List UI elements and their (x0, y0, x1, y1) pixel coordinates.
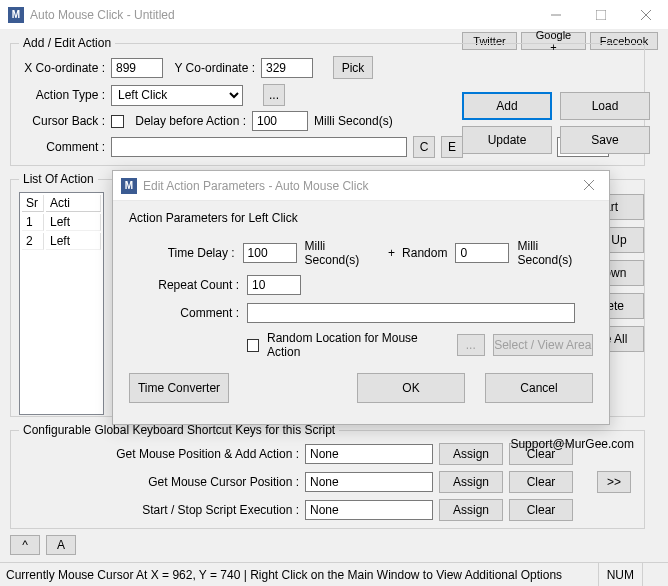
more-shortcuts-button[interactable]: >> (597, 471, 631, 493)
c-button[interactable]: C (413, 136, 435, 158)
app-icon: M (8, 7, 24, 23)
edit-action-parameters-dialog: M Edit Action Parameters - Auto Mouse Cl… (112, 170, 610, 425)
status-empty (642, 563, 662, 586)
assign-button-3[interactable]: Assign (439, 499, 503, 521)
minimize-button[interactable] (533, 0, 578, 30)
col-sr: Sr (22, 195, 44, 212)
load-button[interactable]: Load (560, 92, 650, 120)
x-coord-label: X Co-ordinate : (19, 61, 105, 75)
repeat-count-input-modal[interactable] (247, 275, 301, 295)
shortcut-label-1: Get Mouse Position & Add Action : (19, 447, 299, 461)
shortcut-input-2[interactable] (305, 472, 433, 492)
y-coord-input[interactable] (261, 58, 313, 78)
random-location-more-button[interactable]: ... (457, 334, 485, 356)
dialog-icon: M (121, 178, 137, 194)
shortcut-keys-group: Configurable Global Keyboard Shortcut Ke… (10, 423, 645, 529)
shortcut-input-1[interactable] (305, 444, 433, 464)
pick-button[interactable]: Pick (333, 56, 373, 79)
support-link[interactable]: Support@MurGee.com (510, 437, 634, 451)
delay-input[interactable] (252, 111, 308, 131)
x-coord-input[interactable] (111, 58, 163, 78)
cursor-back-checkbox[interactable] (111, 115, 124, 128)
actions-table[interactable]: SrActi 1Left 2Left (19, 192, 104, 415)
select-view-area-button[interactable]: Select / View Area (493, 334, 593, 356)
clear-button-2[interactable]: Clear (509, 471, 573, 493)
time-delay-unit: Milli Second(s) (305, 239, 381, 267)
plus-label: + (388, 246, 394, 260)
delay-label: Delay before Action : (130, 114, 246, 128)
list-legend: List Of Action (19, 172, 98, 186)
action-type-more-button[interactable]: ... (263, 84, 285, 106)
dialog-heading: Action Parameters for Left Click (129, 211, 593, 225)
assign-button-2[interactable]: Assign (439, 471, 503, 493)
save-button[interactable]: Save (560, 126, 650, 154)
random-location-label: Random Location for Mouse Action (267, 331, 437, 359)
a-button[interactable]: A (46, 535, 76, 555)
cancel-button[interactable]: Cancel (485, 373, 593, 403)
clear-button-3[interactable]: Clear (509, 499, 573, 521)
status-num: NUM (598, 563, 642, 586)
table-row[interactable]: 1Left (22, 214, 101, 231)
assign-button-1[interactable]: Assign (439, 443, 503, 465)
dialog-close-button[interactable] (569, 179, 609, 193)
shortcut-label-2: Get Mouse Cursor Position : (19, 475, 299, 489)
comment-input-modal[interactable] (247, 303, 575, 323)
window-title: Auto Mouse Click - Untitled (30, 8, 533, 22)
shortcut-input-3[interactable] (305, 500, 433, 520)
cursor-back-label: Cursor Back : (19, 114, 105, 128)
random-input[interactable] (455, 243, 509, 263)
table-row[interactable]: 2Left (22, 233, 101, 250)
status-text: Currently Mouse Cursor At X = 962, Y = 7… (6, 568, 598, 582)
status-bar: Currently Mouse Cursor At X = 962, Y = 7… (0, 562, 668, 586)
ok-button[interactable]: OK (357, 373, 465, 403)
close-button[interactable] (623, 0, 668, 30)
maximize-button[interactable] (578, 0, 623, 30)
random-label: Random (402, 246, 447, 260)
repeat-count-label-modal: Repeat Count : (129, 278, 239, 292)
title-bar: M Auto Mouse Click - Untitled (0, 0, 668, 30)
e-button[interactable]: E (441, 136, 463, 158)
comment-label: Comment : (19, 140, 105, 154)
y-coord-label: Y Co-ordinate : (169, 61, 255, 75)
time-delay-input[interactable] (243, 243, 297, 263)
comment-label-modal: Comment : (129, 306, 239, 320)
random-location-checkbox[interactable] (247, 339, 259, 352)
update-button[interactable]: Update (462, 126, 552, 154)
dialog-title: Edit Action Parameters - Auto Mouse Clic… (143, 179, 569, 193)
dialog-titlebar: M Edit Action Parameters - Auto Mouse Cl… (113, 171, 609, 201)
delay-unit: Milli Second(s) (314, 114, 393, 128)
time-delay-label: Time Delay : (129, 246, 235, 260)
action-type-select[interactable]: Left Click (111, 85, 243, 106)
svg-rect-1 (596, 10, 606, 20)
caret-button[interactable]: ^ (10, 535, 40, 555)
col-action: Acti (46, 195, 101, 212)
shortcut-label-3: Start / Stop Script Execution : (19, 503, 299, 517)
action-type-label: Action Type : (19, 88, 105, 102)
add-button[interactable]: Add (462, 92, 552, 120)
add-edit-legend: Add / Edit Action (19, 36, 115, 50)
random-unit: Milli Second(s) (517, 239, 593, 267)
time-converter-button[interactable]: Time Converter (129, 373, 229, 403)
shortcut-legend: Configurable Global Keyboard Shortcut Ke… (19, 423, 339, 437)
comment-input[interactable] (111, 137, 407, 157)
